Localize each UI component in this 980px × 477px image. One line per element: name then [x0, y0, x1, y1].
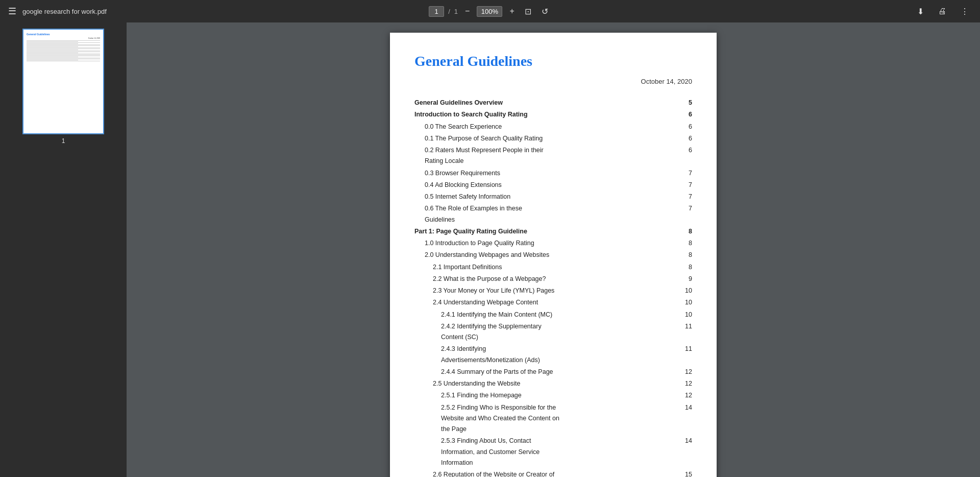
toc-dots	[561, 397, 680, 397]
toc-page-number: 6	[682, 109, 692, 120]
zoom-input[interactable]	[477, 6, 502, 17]
toc-entry: 2.2 What is the Purpose of a Webpage? 9	[414, 274, 692, 284]
toc-dots	[561, 328, 680, 328]
toc-page-number: 8	[682, 262, 692, 273]
toc-entry: 2.1 Important Definitions 8	[414, 262, 692, 273]
toc-entry: 0.4 Ad Blocking Extensions 7	[414, 180, 692, 190]
toc-dots	[553, 210, 680, 210]
toc-page-number: 6	[682, 122, 692, 132]
toc-dots	[553, 128, 680, 129]
pdf-viewer[interactable]: General Guidelines October 14, 2020 Gene…	[127, 22, 980, 477]
zoom-in-button[interactable]: +	[506, 6, 517, 17]
toc-entry: 2.4.3 Identifying Advertisements/Monetiz…	[414, 344, 692, 366]
toc-entry: Introduction to Search Quality Rating 6	[414, 109, 692, 120]
toc-page-number: 7	[682, 192, 692, 202]
toc-page-number: 12	[682, 367, 692, 377]
toc-page-number: 8	[682, 226, 692, 237]
toc-dots	[553, 152, 680, 152]
toc-page-number: 5	[682, 98, 692, 108]
toc-text: 2.4.1 Identifying the Main Content (MC)	[441, 309, 559, 320]
toc-text: 2.1 Important Definitions	[433, 262, 555, 273]
toc-text: 0.0 The Search Experience	[425, 122, 551, 132]
toc-entry: 2.4 Understanding Webpage Content 10	[414, 297, 692, 308]
toc-dots	[553, 256, 680, 257]
print-button[interactable]: 🖨	[935, 6, 949, 17]
toc-dots	[548, 116, 680, 116]
filename-label: google research for work.pdf	[22, 8, 107, 15]
zoom-out-button[interactable]: −	[462, 6, 473, 17]
toc-entry: 2.3 Your Money or Your Life (YMYL) Pages…	[414, 285, 692, 296]
page-separator: /	[448, 8, 450, 15]
toc-entry: 0.0 The Search Experience 6	[414, 122, 692, 132]
toc-entry: 2.4.4 Summary of the Parts of the Page 1…	[414, 367, 692, 377]
document-title: General Guidelines	[414, 53, 692, 69]
toc-dots	[557, 304, 680, 304]
toc-entry: 2.5.1 Finding the Homepage 12	[414, 390, 692, 401]
toolbar: ☰ google research for work.pdf / 1 − + ⊡…	[0, 0, 980, 22]
toc-text: 0.5 Internet Safety Information	[425, 192, 551, 202]
toc-entry: Part 1: Page Quality Rating Guideline 8	[414, 226, 692, 237]
toc-dots	[557, 280, 680, 281]
toc-text: 2.4.2 Identifying the Supplementary Cont…	[441, 321, 559, 343]
toc-page-number: 15	[682, 469, 692, 477]
toc-page-number: 6	[682, 145, 692, 156]
document-date: October 14, 2020	[414, 78, 692, 85]
toc-text: 2.6 Reputation of the Website or Creator…	[433, 469, 555, 477]
toc-text: 2.3 Your Money or Your Life (YMYL) Pages	[433, 285, 555, 296]
table-of-contents: General Guidelines Overview 5 Introducti…	[414, 98, 692, 477]
toc-page-number: 12	[682, 390, 692, 401]
pdf-page: General Guidelines October 14, 2020 Gene…	[390, 33, 717, 477]
toc-dots	[561, 409, 680, 410]
toc-page-number: 10	[682, 309, 692, 320]
thumbnail-page-number: 1	[62, 137, 65, 145]
toc-text: 2.5.3 Finding About Us, Contact Informat…	[441, 436, 559, 468]
toc-page-number: 14	[682, 436, 692, 446]
toc-page-number: 9	[682, 274, 692, 284]
toc-dots	[557, 385, 680, 386]
toolbar-center: / 1 − + ⊡ ↺	[331, 6, 648, 17]
toc-text: 2.5.1 Finding the Homepage	[441, 390, 559, 401]
toc-entry: 2.6 Reputation of the Website or Creator…	[414, 469, 692, 477]
toc-entry: 0.5 Internet Safety Information 7	[414, 192, 692, 202]
toc-text: 0.6 The Role of Examples in these Guidel…	[425, 203, 551, 225]
toc-dots	[553, 198, 680, 199]
toc-dots	[561, 373, 680, 374]
page-thumbnail[interactable]: General Guidelines October 14, 2020	[22, 29, 104, 134]
toc-entry: 2.4.2 Identifying the Supplementary Cont…	[414, 321, 692, 343]
toc-entry: General Guidelines Overview 5	[414, 98, 692, 108]
toc-page-number: 12	[682, 378, 692, 389]
toc-page-number: 8	[682, 250, 692, 260]
toc-entry: 2.5.2 Finding Who is Responsible for the…	[414, 402, 692, 435]
toc-text: Introduction to Search Quality Rating	[414, 109, 546, 120]
toc-text: 0.3 Browser Requirements	[425, 168, 551, 179]
toc-entry: 0.6 The Role of Examples in these Guidel…	[414, 203, 692, 225]
toc-page-number: 14	[682, 402, 692, 413]
main-area: General Guidelines October 14, 2020	[0, 22, 980, 477]
toc-dots	[553, 175, 680, 175]
toc-dots	[561, 442, 680, 443]
toc-text: 0.1 The Purpose of Search Quality Rating	[425, 133, 551, 144]
toc-page-number: 10	[682, 297, 692, 308]
more-options-button[interactable]: ⋮	[958, 6, 972, 17]
page-total: 1	[454, 8, 458, 15]
rotate-button[interactable]: ↺	[538, 6, 551, 17]
toc-dots	[553, 186, 680, 187]
menu-icon[interactable]: ☰	[8, 6, 16, 17]
toc-dots	[548, 104, 680, 105]
toc-entry: 0.1 The Purpose of Search Quality Rating…	[414, 133, 692, 144]
toc-text: General Guidelines Overview	[414, 98, 546, 108]
toc-dots	[561, 350, 680, 351]
thumbnail-container: General Guidelines October 14, 2020	[22, 29, 104, 145]
download-button[interactable]: ⬇	[914, 6, 927, 17]
toc-page-number: 10	[682, 285, 692, 296]
page-current-input[interactable]	[429, 6, 444, 17]
toc-text: 2.0 Understanding Webpages and Websites	[425, 250, 551, 260]
toc-page-number: 7	[682, 168, 692, 179]
toc-text: 2.2 What is the Purpose of a Webpage?	[433, 274, 555, 284]
toc-dots	[553, 140, 680, 140]
toc-page-number: 7	[682, 180, 692, 190]
fit-page-button[interactable]: ⊡	[522, 6, 534, 17]
toc-entry: 2.4.1 Identifying the Main Content (MC) …	[414, 309, 692, 320]
toc-dots	[548, 233, 680, 233]
toc-entry: 0.2 Raters Must Represent People in thei…	[414, 145, 692, 167]
